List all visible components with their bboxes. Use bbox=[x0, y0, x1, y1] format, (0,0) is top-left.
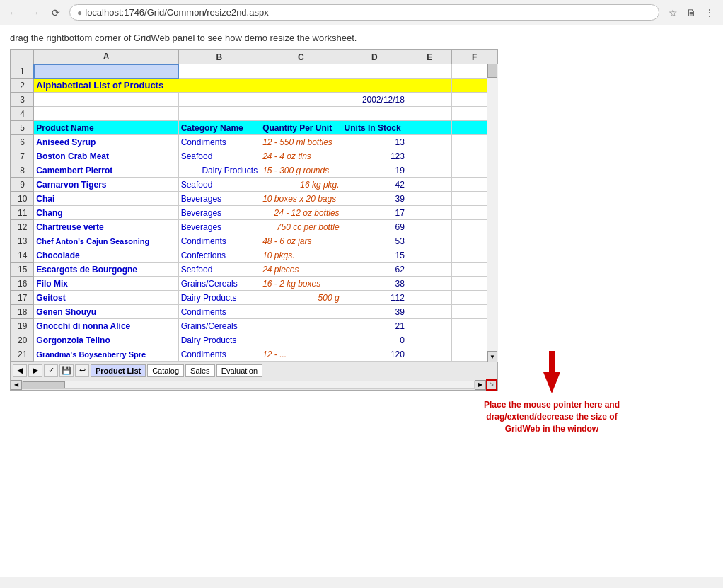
tab-sales[interactable]: Sales bbox=[185, 364, 215, 377]
col-e-header[interactable]: E bbox=[407, 50, 452, 64]
v-scrollbar: ▼ bbox=[487, 64, 498, 362]
data-row-13: 13 Chef Anton's Cajun Seasoning Condimen… bbox=[11, 234, 497, 248]
cell-e5[interactable] bbox=[407, 121, 452, 135]
arrow-container bbox=[481, 351, 623, 393]
spreadsheet: A B C D E F 1 bbox=[11, 50, 497, 362]
col-a-header[interactable]: A bbox=[34, 50, 178, 64]
grid-wrapper: A B C D E F 1 bbox=[10, 49, 498, 391]
cell-c3[interactable] bbox=[260, 93, 342, 107]
row-num-4: 4 bbox=[11, 107, 34, 121]
browser-actions: ☆ 🗎 ⋮ bbox=[665, 5, 717, 21]
h-scroll-thumb[interactable] bbox=[23, 381, 65, 388]
cell-b3[interactable] bbox=[178, 93, 260, 107]
header-category-name: Category Name bbox=[178, 121, 260, 135]
data-row-12: 12 Chartreuse verte Beverages 750 cc per… bbox=[11, 220, 497, 234]
data-row-20: 20 Gorgonzola Telino Dairy Products 0 bbox=[11, 333, 497, 347]
menu-button[interactable]: ⋮ bbox=[702, 5, 717, 21]
cell-b4[interactable] bbox=[178, 107, 260, 121]
annotation-text: Place the mouse pointer here and drag/ex… bbox=[481, 399, 623, 434]
cell-e3[interactable] bbox=[407, 93, 452, 107]
data-row-16: 16 Filo Mix Grains/Cereals 16 - 2 kg box… bbox=[11, 277, 497, 291]
security-icon: ● bbox=[77, 8, 82, 18]
cell-c4[interactable] bbox=[260, 107, 342, 121]
data-row-18: 18 Genen Shouyu Condiments 39 bbox=[11, 305, 497, 319]
header-units-in-stock: Units In Stock bbox=[342, 121, 407, 135]
browser-toolbar: ← → ⟳ ● localhost:1746/Grid/Common/resiz… bbox=[0, 0, 723, 25]
cell-e1[interactable] bbox=[407, 64, 452, 79]
data-row-7: 7 Boston Crab Meat Seafood 24 - 4 oz tin… bbox=[11, 149, 497, 163]
row-5: 5 Product Name Category Name Quantity Pe… bbox=[11, 121, 497, 135]
cell-d4[interactable] bbox=[342, 107, 407, 121]
cell-a1[interactable] bbox=[34, 64, 178, 79]
instruction-text: drag the rightbottom corner of GridWeb p… bbox=[10, 33, 713, 43]
forward-button[interactable]: → bbox=[27, 5, 42, 21]
col-b-header[interactable]: B bbox=[178, 50, 260, 64]
data-row-11: 11 Chang Beverages 24 - 12 oz bottles 17 bbox=[11, 206, 497, 220]
annotation-area: Place the mouse pointer here and drag/ex… bbox=[481, 351, 623, 434]
address-bar[interactable]: ● localhost:1746/Grid/Common/resize2nd.a… bbox=[69, 4, 659, 21]
row-4: 4 bbox=[11, 107, 497, 121]
nav-prev-sheet[interactable]: ◀ bbox=[13, 364, 27, 377]
col-f-header[interactable]: F bbox=[452, 50, 497, 64]
row-3: 3 2002/12/18 bbox=[11, 93, 497, 107]
pdf-button[interactable]: 🗎 bbox=[683, 5, 699, 21]
data-row-8: 8 Camembert Pierrot Dairy Products 15 - … bbox=[11, 163, 497, 178]
corner-header bbox=[11, 50, 34, 64]
back-button[interactable]: ← bbox=[6, 5, 21, 21]
data-row-9: 9 Carnarvon Tigers Seafood 16 kg pkg. 42 bbox=[11, 178, 497, 192]
bookmark-button[interactable]: ☆ bbox=[665, 5, 681, 21]
row-2: 2 Alphabetical List of Products bbox=[11, 79, 497, 93]
save-button[interactable]: 💾 bbox=[59, 364, 74, 377]
data-row-14: 14 Chocolade Confections 10 pkgs. 15 bbox=[11, 248, 497, 263]
cell-b1[interactable] bbox=[178, 64, 260, 79]
cell-e4[interactable] bbox=[407, 107, 452, 121]
spreadsheet-title: Alphabetical List of Products bbox=[36, 80, 163, 91]
tab-product-list[interactable]: Product List bbox=[91, 364, 146, 377]
data-row-15: 15 Escargots de Bourgogne Seafood 24 pie… bbox=[11, 263, 497, 277]
cell-c1[interactable] bbox=[260, 64, 342, 79]
cell-d1[interactable] bbox=[342, 64, 407, 79]
url-text: localhost:1746/Grid/Common/resize2nd.asp… bbox=[85, 7, 268, 18]
row-num-1: 1 bbox=[11, 64, 34, 79]
cell-a3[interactable] bbox=[34, 93, 178, 107]
data-row-6: 6 Aniseed Syrup Condiments 12 - 550 ml b… bbox=[11, 135, 497, 149]
tab-evaluation[interactable]: Evaluation bbox=[216, 364, 262, 377]
cell-d3[interactable]: 2002/12/18 bbox=[342, 93, 407, 107]
reload-button[interactable]: ⟳ bbox=[48, 5, 64, 21]
header-qty-per-unit: Quantity Per Unit bbox=[260, 121, 342, 135]
undo-button[interactable]: ↩ bbox=[75, 364, 89, 377]
cell-e2[interactable] bbox=[407, 79, 452, 93]
h-scroll-track[interactable] bbox=[22, 381, 475, 389]
h-scrollbar: ◀ ▶ ⇲ bbox=[11, 379, 497, 390]
nav-next-sheet[interactable]: ▶ bbox=[28, 364, 42, 377]
v-scroll-thumb[interactable] bbox=[487, 64, 497, 78]
col-d-header[interactable]: D bbox=[342, 50, 407, 64]
row-num-5: 5 bbox=[11, 121, 34, 135]
header-product-name: Product Name bbox=[34, 121, 178, 135]
arrow-shaft bbox=[549, 351, 555, 372]
tab-catalog[interactable]: Catalog bbox=[147, 364, 184, 377]
confirm-button[interactable]: ✓ bbox=[44, 364, 58, 377]
data-row-21: 21 Grandma's Boysenberry Spre Condiments… bbox=[11, 347, 497, 362]
bottom-toolbar: ◀ ▶ ✓ 💾 ↩ Product List Catalog Sales Eva… bbox=[11, 362, 497, 379]
row-1: 1 bbox=[11, 64, 497, 79]
data-row-19: 19 Gnocchi di nonna Alice Grains/Cereals… bbox=[11, 319, 497, 333]
page-content: drag the rightbottom corner of GridWeb p… bbox=[0, 25, 723, 577]
data-row-10: 10 Chai Beverages 10 boxes x 20 bags 39 bbox=[11, 192, 497, 206]
row-num-2: 2 bbox=[11, 79, 34, 93]
grid-container: A B C D E F 1 bbox=[10, 49, 498, 391]
data-row-17: 17 Geitost Dairy Products 500 g 112 bbox=[11, 291, 497, 305]
h-scroll-left[interactable]: ◀ bbox=[11, 380, 22, 390]
arrow-head bbox=[543, 372, 560, 393]
cell-a2[interactable]: Alphabetical List of Products bbox=[34, 79, 407, 93]
cell-a4[interactable] bbox=[34, 107, 178, 121]
row-num-3: 3 bbox=[11, 93, 34, 107]
col-c-header[interactable]: C bbox=[260, 50, 342, 64]
